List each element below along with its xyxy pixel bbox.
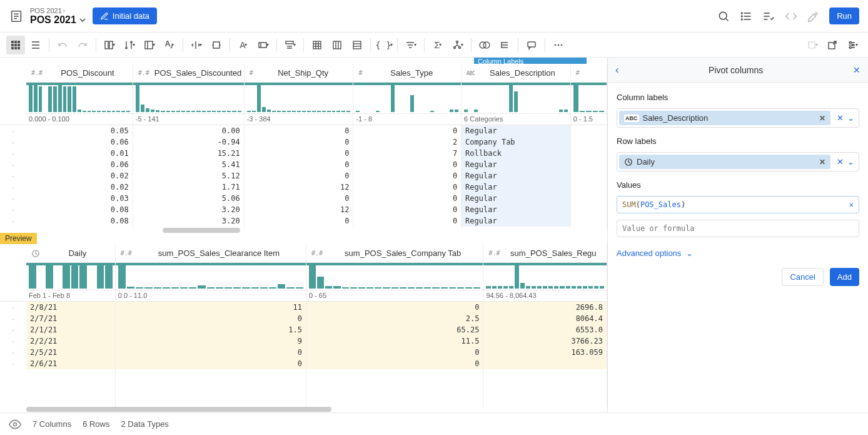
tool-grid3-icon[interactable] [348, 36, 366, 54]
row-handle[interactable]: · [0, 125, 26, 136]
cell[interactable] [571, 182, 607, 193]
cell[interactable] [571, 215, 607, 227]
column-header[interactable]: #.#sum_POS_Sales_Clearance Item [116, 244, 306, 263]
tool-expand-icon[interactable]: ▾ [187, 36, 206, 54]
cell[interactable]: 0 [353, 182, 461, 193]
cell[interactable]: 2/2/21 [26, 335, 115, 347]
undo-icon[interactable] [53, 36, 72, 54]
row-handle[interactable]: · [0, 347, 26, 358]
tool-grid2-icon[interactable] [328, 36, 346, 54]
column-header[interactable]: #.#sum_POS_Sales_Company Tab [306, 244, 483, 263]
cell[interactable]: 0 [245, 193, 353, 204]
column-header[interactable]: #.#sum_POS_Sales_Regu [483, 244, 607, 263]
values-formula[interactable]: SUM(POS_Sales) ✕ [617, 196, 859, 213]
cell[interactable]: 5.12 [133, 170, 244, 182]
cell[interactable]: 0.03 [26, 193, 133, 204]
cell[interactable]: 2.5 [306, 313, 483, 324]
tool-settings-icon[interactable]: ▾ [843, 36, 862, 54]
cell[interactable]: 0.05 [26, 125, 133, 136]
chip-remove-icon[interactable]: ✕ [819, 158, 825, 166]
tool-font-icon[interactable]: A▾ [234, 36, 253, 54]
cell[interactable]: 0 [116, 358, 306, 369]
cell[interactable]: 0 [245, 148, 353, 159]
cell[interactable] [571, 148, 607, 159]
cell[interactable]: 5.06 [133, 193, 244, 204]
cell[interactable]: 0.01 [26, 148, 133, 159]
tool-box-icon[interactable] [207, 36, 226, 54]
cell[interactable]: 0 [245, 125, 353, 136]
column-header[interactable]: #.#POS_Sales_Discounted [133, 64, 244, 83]
cell[interactable]: 1.5 [116, 324, 306, 335]
cell[interactable] [571, 125, 607, 136]
row-handle[interactable]: · [0, 335, 26, 347]
checklist-icon[interactable] [762, 9, 775, 23]
page-title[interactable]: POS 2021 [30, 14, 86, 26]
row-handle[interactable]: · [0, 136, 26, 148]
values-input[interactable] [617, 220, 859, 237]
row-handle[interactable]: · [0, 215, 26, 227]
cell[interactable]: 0 [353, 204, 461, 215]
row-handle[interactable]: · [0, 204, 26, 215]
tool-braces-icon[interactable]: { }▾ [375, 36, 393, 54]
cell[interactable]: 5.41 [133, 159, 244, 170]
list-view-icon[interactable] [26, 36, 45, 54]
cell[interactable]: 2/5/21 [26, 347, 115, 358]
list-icon[interactable] [739, 9, 753, 23]
cell[interactable]: 3.20 [133, 204, 244, 215]
cell[interactable] [571, 136, 607, 148]
cancel-button[interactable]: Cancel [782, 268, 823, 286]
add-button[interactable]: Add [830, 268, 859, 286]
eyedropper-icon[interactable] [807, 9, 820, 23]
cell[interactable]: 0.08 [26, 204, 133, 215]
cell[interactable]: 0 [245, 159, 353, 170]
cell[interactable]: 9 [116, 335, 306, 347]
column-labels-field[interactable]: ABC Sales_Description ✕ ✕ ⌄ [617, 108, 859, 128]
redo-icon[interactable] [73, 36, 92, 54]
cell[interactable]: Company Tab [462, 136, 570, 148]
cell[interactable]: Rollback [462, 148, 570, 159]
cell[interactable]: 0 [116, 313, 306, 324]
cell[interactable]: 12 [245, 182, 353, 193]
initial-data-button[interactable]: Initial data [93, 8, 157, 24]
search-icon[interactable] [717, 9, 730, 23]
run-button[interactable]: Run [829, 8, 859, 24]
breadcrumb-parent[interactable]: POS 2021 › [30, 7, 86, 14]
tool-az-icon[interactable]: Az▾ [160, 36, 179, 54]
cell[interactable] [571, 159, 607, 170]
cell[interactable]: -0.94 [133, 136, 244, 148]
tool-detail-icon[interactable]: ▾ [803, 36, 822, 54]
column-header[interactable]: Daily [26, 244, 115, 263]
cell[interactable]: 2/8/21 [26, 302, 115, 313]
cell[interactable]: 0 [245, 170, 353, 182]
cell[interactable]: 0 [353, 215, 461, 227]
cell[interactable]: 8064.4 [483, 313, 607, 324]
tool-cols-icon[interactable]: ▾ [100, 36, 119, 54]
row-handle[interactable]: · [0, 358, 26, 369]
tool-export-icon[interactable] [823, 36, 842, 54]
cell[interactable]: 1.71 [133, 182, 244, 193]
row-handle[interactable]: · [0, 182, 26, 193]
value-or-formula-input[interactable] [622, 224, 854, 233]
cell[interactable]: Regular [462, 182, 570, 193]
eye-icon[interactable] [9, 418, 21, 431]
column-header[interactable]: #Net_Ship_Qty [245, 64, 353, 83]
row-handle[interactable]: · [0, 302, 26, 313]
cell[interactable]: 2/1/21 [26, 324, 115, 335]
row-handle[interactable]: · [0, 148, 26, 159]
advanced-options-link[interactable]: Advanced options ⌄ [617, 248, 859, 258]
tool-sort-icon[interactable]: ▾ [120, 36, 139, 54]
cell[interactable]: 15.21 [133, 148, 244, 159]
cell[interactable]: 0 [353, 125, 461, 136]
chip-remove-icon[interactable]: ✕ [819, 114, 825, 123]
row-handle[interactable]: · [0, 313, 26, 324]
chevron-down-icon[interactable]: ⌄ [847, 113, 854, 123]
chip-clear-icon[interactable]: ✕ [837, 113, 844, 123]
cell[interactable]: 0 [245, 215, 353, 227]
cell[interactable]: 2/7/21 [26, 313, 115, 324]
cell[interactable]: 65.25 [306, 324, 483, 335]
cell[interactable]: 6553.0 [483, 324, 607, 335]
cell[interactable]: Regular [462, 125, 570, 136]
cell[interactable] [571, 193, 607, 204]
row-handle[interactable]: · [0, 193, 26, 204]
chevron-down-icon[interactable]: ⌄ [847, 157, 854, 166]
